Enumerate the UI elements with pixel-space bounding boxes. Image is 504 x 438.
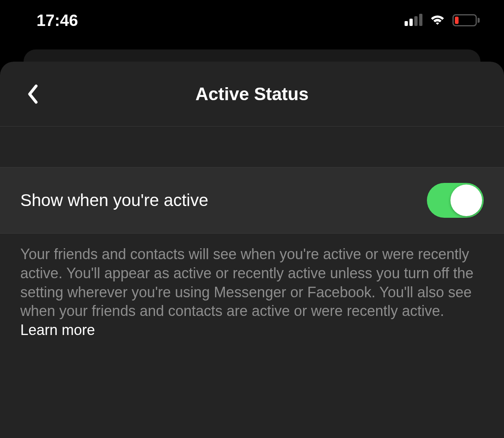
- status-indicators: [405, 14, 480, 26]
- page-title: Active Status: [20, 84, 484, 104]
- learn-more-link[interactable]: Learn more: [20, 322, 95, 338]
- status-time: 17:46: [37, 11, 78, 30]
- settings-sheet: Active Status Show when you're active Yo…: [0, 62, 504, 438]
- status-bar: 17:46: [0, 0, 504, 41]
- toggle-knob: [450, 185, 482, 216]
- cellular-signal-icon: [405, 15, 422, 26]
- wifi-icon: [429, 14, 446, 26]
- active-status-setting-row: Show when you're active: [0, 167, 504, 234]
- navigation-header: Active Status: [0, 62, 504, 127]
- chevron-left-icon: [26, 84, 39, 104]
- battery-icon: [452, 14, 480, 26]
- setting-label: Show when you're active: [20, 191, 208, 210]
- spacer: [0, 127, 504, 167]
- active-status-toggle[interactable]: [427, 183, 484, 218]
- description-text: Your friends and contacts will see when …: [20, 246, 474, 319]
- back-button[interactable]: [20, 82, 45, 106]
- setting-description: Your friends and contacts will see when …: [0, 234, 504, 351]
